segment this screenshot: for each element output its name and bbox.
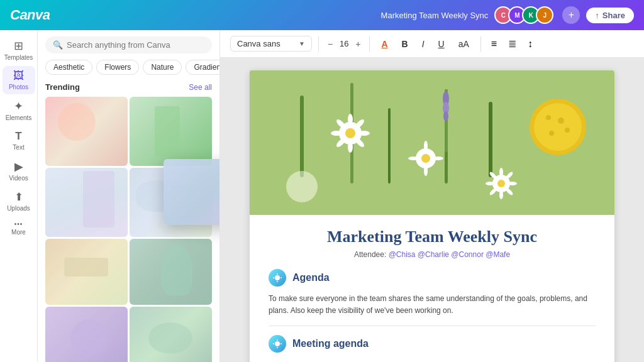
svg-point-34 <box>499 168 503 177</box>
svg-point-8 <box>348 114 353 125</box>
add-collaborator-button[interactable]: + <box>562 6 580 24</box>
sidebar-item-uploads[interactable]: ⬆ Uploads <box>3 187 35 216</box>
underline-icon: U <box>438 39 445 49</box>
slide[interactable]: Marketing Team Weekly Sync Attendee: @Ch… <box>250 70 614 362</box>
search-wrapper[interactable]: 🔍 <box>45 36 212 53</box>
svg-point-19 <box>424 166 428 176</box>
bold-icon: B <box>402 39 408 49</box>
align-left-button[interactable]: ≡ <box>487 36 501 52</box>
elements-icon: ✦ <box>14 99 23 113</box>
svg-point-11 <box>358 131 370 136</box>
sidebar-item-text[interactable]: T Text <box>3 126 35 155</box>
sidebar-item-photos[interactable]: 🖼 Photos <box>3 66 35 94</box>
line-height-button[interactable]: ↕ <box>524 36 536 52</box>
svg-point-17 <box>421 154 430 163</box>
search-icon: 🔍 <box>53 40 63 50</box>
filter-aesthetic[interactable]: Aesthetic <box>45 60 92 75</box>
svg-point-33 <box>497 180 505 187</box>
svg-point-18 <box>424 141 428 151</box>
sidebar-item-label: Uploads <box>7 205 30 212</box>
line-height-icon: ↕ <box>528 38 533 50</box>
see-all-button[interactable]: See all <box>189 83 212 92</box>
text-color-icon: A <box>381 39 387 49</box>
meeting-agenda-title: Meeting agenda <box>292 338 369 349</box>
filter-chips: Aesthetic Flowers Nature Gradients › <box>38 57 219 80</box>
svg-point-37 <box>508 182 517 185</box>
text-icon: T <box>15 130 21 143</box>
svg-point-21 <box>433 156 443 160</box>
photo-thumbnail[interactable] <box>130 239 212 305</box>
share-button[interactable]: ↑ Share <box>586 8 634 23</box>
list-button[interactable]: ≣ <box>504 35 520 52</box>
sidebar-item-label: Templates <box>4 54 33 61</box>
underline-button[interactable]: U <box>433 36 450 52</box>
separator <box>480 36 481 52</box>
photo-thumbnail[interactable] <box>45 168 128 237</box>
search-bar: 🔍 <box>38 30 219 57</box>
svg-point-42 <box>275 275 280 280</box>
italic-button[interactable]: I <box>417 36 430 52</box>
photo-thumbnail[interactable] <box>45 307 128 362</box>
case-button[interactable]: aA <box>453 36 474 52</box>
svg-point-35 <box>499 190 503 199</box>
sidebar-item-label: Elements <box>6 114 32 121</box>
header-right: Marketing Team Weekly Sync C M K J + ↑ S… <box>381 6 634 24</box>
editor-area: Canva sans ▼ − 16 + A B I U aA <box>220 30 644 362</box>
photo-thumbnail[interactable] <box>45 97 128 166</box>
sidebar-item-more[interactable]: ••• More <box>3 217 35 239</box>
svg-point-31 <box>565 128 570 133</box>
canvas-area: Marketing Team Weekly Sync Attendee: @Ch… <box>220 58 644 362</box>
flower-illustration <box>250 70 614 215</box>
font-size-decrease-button[interactable]: − <box>325 38 335 50</box>
sun-icon-2 <box>272 339 282 349</box>
more-icon: ••• <box>14 221 23 228</box>
photo-thumbnail[interactable] <box>130 97 212 166</box>
sun-icon <box>272 273 282 283</box>
text-color-button[interactable]: A <box>376 36 392 52</box>
font-selector[interactable]: Canva sans ▼ <box>230 36 312 52</box>
avatar[interactable]: J <box>536 6 553 24</box>
svg-point-36 <box>486 182 494 185</box>
photo-thumbnail[interactable] <box>130 307 212 362</box>
photo-thumbnail[interactable] <box>130 168 212 237</box>
svg-point-30 <box>549 131 554 136</box>
trending-header: Trending See all <box>38 80 219 97</box>
sidebar-item-videos[interactable]: ▶ Videos <box>3 156 35 185</box>
slide-attendee: Attendee: @Chisa @Charlie @Connor @Mafe <box>269 250 596 259</box>
font-size-value: 16 <box>338 39 350 48</box>
photos-icon: 🖼 <box>13 70 24 82</box>
svg-point-47 <box>275 341 280 346</box>
font-dropdown-arrow: ▼ <box>299 40 305 47</box>
agenda-body: To make sure everyone in the team shares… <box>269 293 596 326</box>
font-size-increase-button[interactable]: + <box>353 38 363 50</box>
canva-logo: Canva <box>10 7 50 23</box>
formatting-toolbar: Canva sans ▼ − 16 + A B I U aA <box>220 30 644 58</box>
share-icon: ↑ <box>595 11 599 20</box>
sidebar-item-elements[interactable]: ✦ Elements <box>3 96 35 125</box>
filter-nature[interactable]: Nature <box>143 60 182 75</box>
search-input[interactable] <box>67 40 204 50</box>
svg-point-29 <box>558 118 564 124</box>
font-size-control: − 16 + <box>325 38 363 50</box>
svg-rect-5 <box>489 102 492 177</box>
sidebar-item-templates[interactable]: ⊞ Templates <box>3 35 35 65</box>
document-title: Marketing Team Weekly Sync <box>381 11 489 20</box>
sidebar-item-label: More <box>11 229 26 236</box>
uploads-icon: ⬆ <box>14 190 23 204</box>
templates-icon: ⊞ <box>14 39 23 53</box>
sidebar-item-label: Photos <box>9 84 28 90</box>
slide-title: Marketing Team Weekly Sync <box>269 228 596 246</box>
photos-panel: 🔍 Aesthetic Flowers Nature Gradients › T… <box>38 30 220 362</box>
filter-gradients[interactable]: Gradients <box>186 60 219 75</box>
bold-button[interactable]: B <box>397 36 413 52</box>
sidebar: ⊞ Templates 🖼 Photos ✦ Elements T Text ▶… <box>0 30 38 362</box>
main-body: ⊞ Templates 🖼 Photos ✦ Elements T Text ▶… <box>0 30 644 362</box>
videos-icon: ▶ <box>14 160 23 173</box>
slide-header-image <box>250 70 614 215</box>
photo-thumbnail[interactable] <box>45 239 128 305</box>
svg-point-10 <box>331 131 342 136</box>
font-name-label: Canva sans <box>237 39 296 48</box>
agenda-section: Agenda <box>269 269 596 287</box>
filter-flowers[interactable]: Flowers <box>96 60 139 75</box>
list-icon: ≣ <box>508 38 516 50</box>
